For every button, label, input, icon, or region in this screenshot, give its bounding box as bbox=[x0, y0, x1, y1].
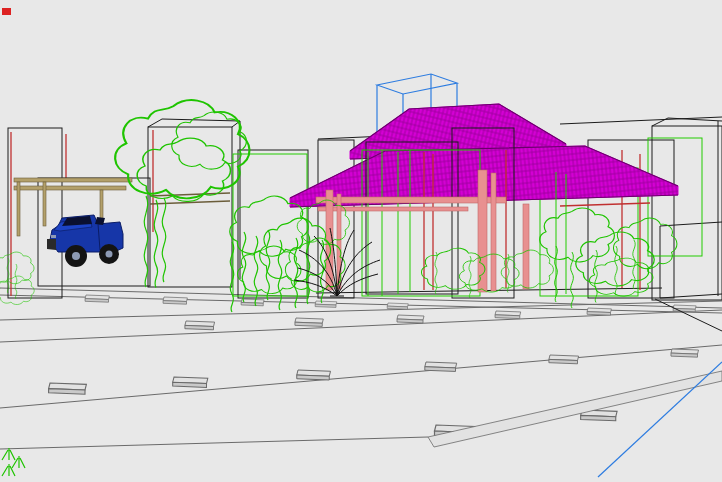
cad-viewport[interactable] bbox=[0, 0, 722, 482]
corner-red-mark bbox=[2, 8, 11, 15]
truck-headlight bbox=[51, 235, 56, 238]
truck-bumper bbox=[47, 239, 56, 250]
viewport-canvas[interactable] bbox=[0, 0, 722, 482]
